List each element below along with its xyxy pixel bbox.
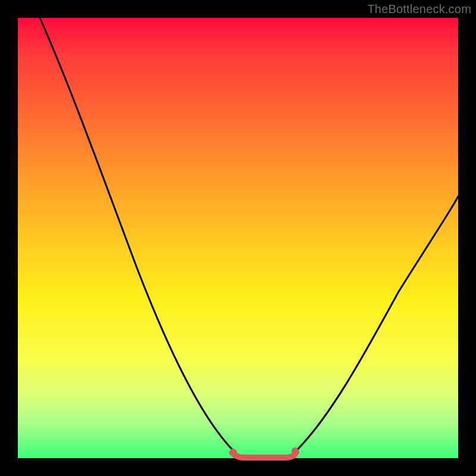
watermark-text: TheBottleneck.com bbox=[367, 2, 471, 16]
bottleneck-right-curve bbox=[292, 196, 458, 455]
flat-valley-left-dot bbox=[230, 449, 237, 456]
bottleneck-left-curve bbox=[40, 18, 238, 455]
curve-canvas bbox=[18, 18, 458, 458]
plot-area bbox=[18, 18, 458, 458]
flat-valley-right-dot bbox=[292, 447, 299, 455]
flat-valley-segment bbox=[232, 452, 296, 458]
chart-frame: TheBottleneck.com bbox=[0, 0, 476, 476]
